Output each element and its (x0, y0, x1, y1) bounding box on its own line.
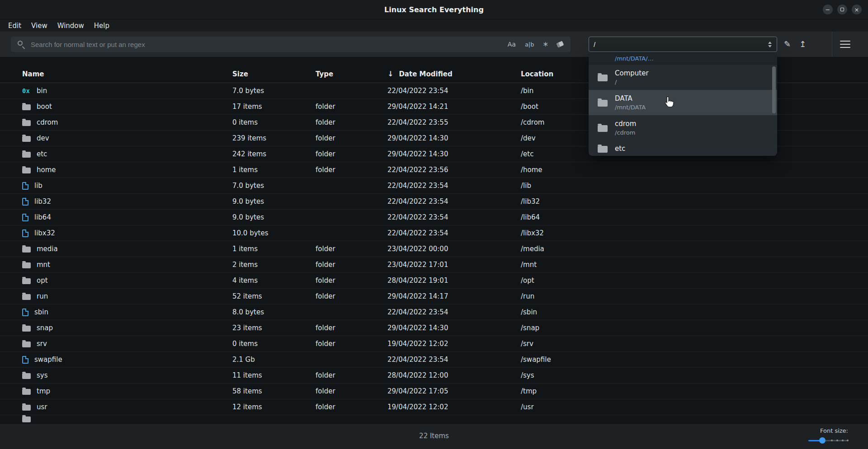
file-location: /lib64 (521, 213, 868, 221)
dropdown-item-path: /cdrom (615, 129, 636, 136)
mouse-cursor (664, 96, 675, 110)
name-cell: media (22, 245, 232, 253)
menu-help[interactable]: Help (90, 21, 114, 31)
name-cell: snap (22, 324, 232, 332)
search-options: Aa a|b * (508, 37, 563, 52)
column-header-type[interactable]: Type (316, 70, 387, 78)
dropdown-item-computer[interactable]: Computer / (589, 65, 777, 90)
dropdown-item-etc[interactable]: etc (589, 140, 777, 156)
file-type: folder (316, 245, 387, 253)
table-row[interactable]: lib329.0 bytes22/04/2022 23:54/lib32 (0, 194, 868, 210)
folder-icon (22, 136, 31, 142)
name-cell: sbin (22, 308, 232, 316)
column-header-date[interactable]: ↓ Date Modified (387, 70, 521, 78)
file-size: 7.0 bytes (232, 182, 316, 190)
dropdown-item-cdrom[interactable]: cdrom /cdrom (589, 115, 777, 140)
minimize-button[interactable]: − (823, 5, 833, 14)
table-row[interactable]: lib7.0 bytes22/04/2022 23:54/lib (0, 178, 868, 194)
file-size: 11 items (232, 371, 316, 379)
dropdown-item-data[interactable]: DATA /mnt/DATA (589, 90, 777, 115)
file-icon (22, 198, 28, 206)
file-size: 0 items (232, 118, 316, 126)
slider-thumb[interactable] (819, 437, 826, 444)
regex-icon[interactable]: * (543, 44, 548, 48)
file-type: folder (316, 261, 387, 269)
menu-view[interactable]: View (27, 21, 52, 31)
table-row[interactable]: swapfile2.1 Gb22/04/2022 23:54/swapfile (0, 352, 868, 368)
file-icon (22, 309, 28, 316)
close-button[interactable]: × (852, 5, 862, 14)
upload-button[interactable]: ↥ (799, 39, 806, 49)
table-row[interactable]: mnt2 itemsfolder23/04/2022 17:01/mnt (0, 257, 868, 273)
menu-window[interactable]: Window (53, 21, 89, 31)
upload-icon: ↥ (799, 39, 806, 49)
table-row[interactable]: sys11 itemsfolder28/04/2022 12:00/sys (0, 368, 868, 384)
table-row[interactable] (0, 415, 868, 422)
table-row[interactable]: tmp58 itemsfolder29/04/2022 17:05/tmp (0, 384, 868, 399)
table-row[interactable]: home1 itemsfolder22/04/2022 23:56/home (0, 162, 868, 178)
column-header-name[interactable]: Name (22, 70, 232, 78)
file-location: /home (521, 166, 868, 174)
menu-edit[interactable]: Edit (4, 21, 26, 31)
file-date: 28/04/2022 19:01 (387, 276, 521, 285)
file-name: run (37, 292, 48, 300)
file-location: /lib (521, 182, 868, 190)
whole-word-icon[interactable]: a|b (525, 41, 534, 48)
clear-icon[interactable] (557, 41, 564, 48)
table-row[interactable]: usr12 itemsfolder19/04/2022 12:02/usr (0, 399, 868, 415)
window-title: Linux Search Everything (384, 5, 484, 14)
location-combobox[interactable] (589, 37, 777, 52)
match-case-icon[interactable]: Aa (508, 41, 516, 48)
file-location: /srv (521, 340, 868, 348)
file-size: 2.1 Gb (232, 355, 316, 364)
file-date: 22/04/2022 23:56 (387, 166, 521, 174)
file-location: /usr (521, 403, 868, 411)
name-cell: dev (22, 134, 232, 142)
file-name: etc (37, 150, 47, 158)
column-header-size[interactable]: Size (232, 70, 316, 78)
search-input[interactable] (11, 37, 571, 52)
table-row[interactable]: libx3210.0 bytes22/04/2022 23:54/libx32 (0, 225, 868, 241)
file-date: 22/04/2022 23:54 (387, 197, 521, 206)
dropdown-item-partial[interactable]: /mnt/DATA/… (589, 53, 777, 65)
dropdown-scrollbar[interactable] (772, 66, 776, 113)
folder-icon (598, 100, 608, 107)
spinner-up-icon (768, 42, 772, 44)
folder-icon (22, 373, 31, 379)
name-cell: lib (22, 182, 232, 190)
table-row[interactable]: opt4 itemsfolder28/04/2022 19:01/opt (0, 273, 868, 289)
edit-button[interactable]: ✎ (784, 39, 791, 49)
dropdown-item-name: cdrom (615, 120, 636, 128)
file-location: /snap (521, 324, 868, 332)
hamburger-menu-button[interactable] (840, 40, 850, 49)
name-cell: boot (22, 103, 232, 111)
file-type: folder (316, 387, 387, 395)
folder-icon (22, 389, 31, 395)
menubar: Edit View Window Help (0, 19, 868, 32)
table-row[interactable]: lib649.0 bytes22/04/2022 23:54/lib64 (0, 210, 868, 225)
file-name: swapfile (34, 355, 62, 364)
maximize-button[interactable] (837, 5, 847, 14)
table-row[interactable]: media1 itemsfolder23/04/2022 00:00/media (0, 241, 868, 257)
table-row[interactable]: sbin8.0 bytes22/04/2022 23:54/sbin (0, 304, 868, 320)
file-name: media (37, 245, 58, 253)
font-size-slider[interactable] (808, 437, 848, 444)
file-type: folder (316, 134, 387, 142)
dropdown-item-path: /mnt/DATA (615, 104, 646, 111)
spinner-down-icon (768, 45, 772, 47)
file-date: 22/04/2022 23:54 (387, 308, 521, 316)
file-name: sbin (34, 308, 48, 316)
table-row[interactable]: snap23 itemsfolder29/04/2022 14:30/snap (0, 320, 868, 336)
search-icon (18, 41, 23, 46)
folder-icon (22, 168, 31, 173)
name-cell: usr (22, 403, 232, 411)
folder-icon (598, 146, 608, 153)
table-row[interactable]: srv0 itemsfolder19/04/2022 12:02/srv (0, 336, 868, 352)
file-type: folder (316, 324, 387, 332)
file-size: 1 items (232, 166, 316, 174)
location-input[interactable] (589, 41, 765, 48)
table-row[interactable]: run52 itemsfolder29/04/2022 14:17/run (0, 289, 868, 304)
file-name: srv (37, 340, 47, 348)
file-icon (22, 229, 28, 237)
spinner-icon[interactable] (765, 42, 775, 47)
